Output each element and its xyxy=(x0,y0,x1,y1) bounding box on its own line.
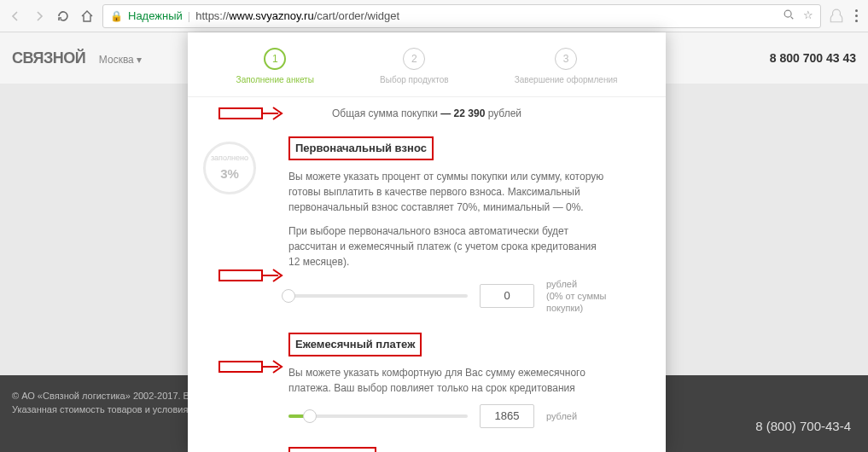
order-widget-modal: 1 Заполнение анкеты 2 Выбор продуктов 3 … xyxy=(188,32,666,452)
step-2[interactable]: 2 Выбор продуктов xyxy=(380,48,448,84)
section-down-payment: Первоначальный взнос Вы можете указать п… xyxy=(288,136,642,314)
total-sum: Общая сумма покупки — 22 390 рублей xyxy=(212,106,642,121)
down-payment-desc2: При выборе первоначального взноса автома… xyxy=(288,223,604,269)
monthly-payment-title: Ежемесячный платеж xyxy=(288,333,422,356)
monthly-payment-slider[interactable] xyxy=(288,414,468,418)
section-monthly-payment: Ежемесячный платеж Вы можете указать ком… xyxy=(288,333,642,428)
step-3[interactable]: 3 Завершение оформления xyxy=(515,48,618,84)
progress-badge: заполнено 3% xyxy=(203,142,256,194)
step-1[interactable]: 1 Заполнение анкеты xyxy=(236,48,314,84)
section-loan-term: Срок кредита На этот параметр влияют пер… xyxy=(288,447,642,452)
extension-icon[interactable] xyxy=(828,8,845,25)
slider-thumb[interactable] xyxy=(303,409,317,423)
star-icon[interactable]: ☆ xyxy=(803,9,813,23)
down-payment-unit: рублей (0% от суммы покупки) xyxy=(546,278,640,315)
monthly-payment-desc: Вы можете указать комфортную для Вас сум… xyxy=(288,365,604,396)
city-selector[interactable]: Москва ▾ xyxy=(99,54,142,66)
browser-toolbar: 🔒 Надежный | https://www.svyaznoy.ru/car… xyxy=(0,0,868,32)
address-bar[interactable]: 🔒 Надежный | https://www.svyaznoy.ru/car… xyxy=(102,4,821,28)
down-payment-desc1: Вы можете указать процент от суммы покуп… xyxy=(288,169,604,215)
forward-icon[interactable] xyxy=(31,8,48,25)
steps-nav: 1 Заполнение анкеты 2 Выбор продуктов 3 … xyxy=(188,43,666,97)
header-phone: 8 800 700 43 43 xyxy=(770,51,856,65)
back-icon[interactable] xyxy=(7,8,24,25)
loan-term-title: Срок кредита xyxy=(288,447,376,452)
lock-icon: 🔒 xyxy=(110,10,123,22)
url: https://www.svyaznoy.ru/cart/order/widge… xyxy=(195,9,399,22)
footer-phone: 8 (800) 700-43-4 xyxy=(755,419,851,433)
menu-icon[interactable] xyxy=(852,6,861,26)
search-in-page-icon[interactable] xyxy=(783,9,795,23)
reload-icon[interactable] xyxy=(55,8,72,25)
slider-thumb[interactable] xyxy=(282,289,295,303)
site-logo: СВЯЗНОЙ xyxy=(12,49,85,67)
home-icon[interactable] xyxy=(79,8,96,25)
down-payment-title: Первоначальный взнос xyxy=(288,136,434,160)
secure-label: Надежный xyxy=(128,9,183,22)
svg-point-0 xyxy=(784,10,791,17)
down-payment-slider[interactable] xyxy=(288,294,468,298)
down-payment-input[interactable] xyxy=(480,284,534,308)
chevron-down-icon: ▾ xyxy=(137,54,142,66)
monthly-payment-unit: рублей xyxy=(546,410,577,422)
monthly-payment-input[interactable] xyxy=(480,404,534,428)
